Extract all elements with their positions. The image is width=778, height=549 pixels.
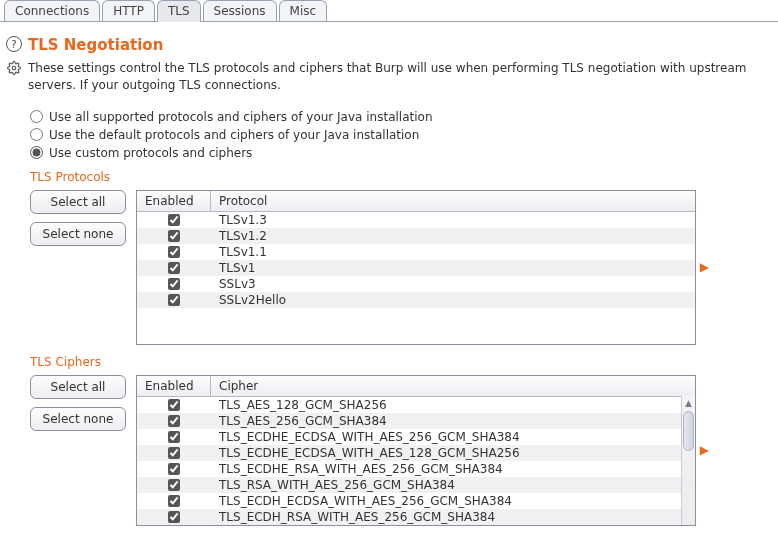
tls-mode-radios: Use all supported protocols and ciphers …	[6, 110, 768, 160]
cipher-name: TLS_RSA_WITH_AES_256_GCM_SHA384	[211, 478, 681, 492]
scroll-thumb[interactable]	[683, 411, 694, 451]
section-description: These settings control the TLS protocols…	[28, 60, 768, 94]
table-row[interactable]: TLSv1.2	[137, 228, 695, 244]
table-row[interactable]: TLSv1	[137, 260, 695, 276]
cipher-enabled-checkbox[interactable]	[168, 495, 180, 507]
cipher-enabled-checkbox[interactable]	[168, 463, 180, 475]
radio-input-use-default[interactable]	[30, 128, 43, 141]
protocols-table: Enabled Protocol TLSv1.3TLSv1.2TLSv1.1TL…	[136, 190, 696, 345]
cipher-name: TLS_AES_256_GCM_SHA384	[211, 414, 681, 428]
protocol-enabled-checkbox[interactable]	[168, 294, 180, 306]
table-row[interactable]: TLS_AES_128_GCM_SHA256	[137, 397, 681, 413]
protocol-name: TLSv1.2	[211, 229, 695, 243]
ciphers-heading: TLS Ciphers	[30, 355, 768, 369]
cipher-enabled-checkbox[interactable]	[168, 399, 180, 411]
cipher-enabled-checkbox[interactable]	[168, 447, 180, 459]
tab-tls[interactable]: TLS	[157, 0, 201, 22]
cipher-name: TLS_AES_128_GCM_SHA256	[211, 398, 681, 412]
table-row[interactable]: TLS_RSA_WITH_AES_256_GCM_SHA384	[137, 477, 681, 493]
ciphers-select-none-button[interactable]: Select none	[30, 407, 126, 431]
radio-input-use-custom[interactable]	[30, 146, 43, 159]
radio-use-all[interactable]: Use all supported protocols and ciphers …	[30, 110, 768, 124]
protocol-enabled-checkbox[interactable]	[168, 278, 180, 290]
tab-http[interactable]: HTTP	[102, 0, 155, 21]
cipher-enabled-checkbox[interactable]	[168, 431, 180, 443]
table-row[interactable]: TLS_ECDH_ECDSA_WITH_AES_256_GCM_SHA384	[137, 493, 681, 509]
table-row[interactable]: TLSv1.3	[137, 212, 695, 228]
radio-label: Use custom protocols and ciphers	[49, 146, 252, 160]
table-row[interactable]: TLS_ECDHE_ECDSA_WITH_AES_256_GCM_SHA384	[137, 429, 681, 445]
protocol-enabled-checkbox[interactable]	[168, 214, 180, 226]
protocols-col-protocol[interactable]: Protocol	[211, 191, 695, 211]
table-row[interactable]: TLS_AES_256_GCM_SHA384	[137, 413, 681, 429]
tab-misc[interactable]: Misc	[279, 0, 328, 21]
svg-point-0	[12, 66, 16, 70]
table-row[interactable]: TLS_ECDHE_ECDSA_WITH_AES_128_GCM_SHA256	[137, 445, 681, 461]
table-row[interactable]: TLSv1.1	[137, 244, 695, 260]
protocols-select-none-button[interactable]: Select none	[30, 222, 126, 246]
tab-bar: Connections HTTP TLS Sessions Misc	[0, 0, 778, 22]
protocol-name: SSLv2Hello	[211, 293, 695, 307]
ciphers-select-all-button[interactable]: Select all	[30, 375, 126, 399]
cipher-name: TLS_ECDHE_RSA_WITH_AES_256_GCM_SHA384	[211, 462, 681, 476]
ciphers-table: Enabled Cipher TLS_AES_128_GCM_SHA256TLS…	[136, 375, 696, 526]
tab-connections[interactable]: Connections	[4, 0, 100, 21]
cipher-enabled-checkbox[interactable]	[168, 415, 180, 427]
radio-input-use-all[interactable]	[30, 110, 43, 123]
protocol-enabled-checkbox[interactable]	[168, 246, 180, 258]
gear-icon[interactable]	[6, 60, 22, 76]
table-row[interactable]: SSLv3	[137, 276, 695, 292]
ciphers-scrollbar[interactable]: ▲	[681, 396, 695, 525]
section-title: TLS Negotiation	[28, 36, 163, 54]
cipher-name: TLS_ECDHE_ECDSA_WITH_AES_128_GCM_SHA256	[211, 446, 681, 460]
scroll-up-icon[interactable]: ▲	[682, 396, 695, 410]
tab-sessions[interactable]: Sessions	[203, 0, 277, 21]
collapse-arrow-icon[interactable]: ▶	[700, 443, 709, 457]
protocol-enabled-checkbox[interactable]	[168, 262, 180, 274]
table-row[interactable]: TLS_ECDH_RSA_WITH_AES_256_GCM_SHA384	[137, 509, 681, 525]
collapse-arrow-icon[interactable]: ▶	[700, 260, 709, 274]
cipher-enabled-checkbox[interactable]	[168, 479, 180, 491]
table-row[interactable]: TLS_ECDHE_RSA_WITH_AES_256_GCM_SHA384	[137, 461, 681, 477]
protocol-name: TLSv1.3	[211, 213, 695, 227]
radio-label: Use all supported protocols and ciphers …	[49, 110, 433, 124]
ciphers-col-cipher[interactable]: Cipher	[211, 376, 681, 396]
radio-label: Use the default protocols and ciphers of…	[49, 128, 419, 142]
protocols-heading: TLS Protocols	[30, 170, 768, 184]
cipher-name: TLS_ECDHE_ECDSA_WITH_AES_256_GCM_SHA384	[211, 430, 681, 444]
cipher-enabled-checkbox[interactable]	[168, 511, 180, 523]
protocol-enabled-checkbox[interactable]	[168, 230, 180, 242]
cipher-name: TLS_ECDH_RSA_WITH_AES_256_GCM_SHA384	[211, 510, 681, 524]
radio-use-custom[interactable]: Use custom protocols and ciphers	[30, 146, 768, 160]
cipher-name: TLS_ECDH_ECDSA_WITH_AES_256_GCM_SHA384	[211, 494, 681, 508]
help-icon[interactable]: ?	[6, 36, 22, 52]
protocol-name: TLSv1	[211, 261, 695, 275]
radio-use-default[interactable]: Use the default protocols and ciphers of…	[30, 128, 768, 142]
protocols-select-all-button[interactable]: Select all	[30, 190, 126, 214]
table-row[interactable]: SSLv2Hello	[137, 292, 695, 308]
protocols-col-enabled[interactable]: Enabled	[137, 191, 211, 211]
protocol-name: SSLv3	[211, 277, 695, 291]
ciphers-col-enabled[interactable]: Enabled	[137, 376, 211, 396]
protocol-name: TLSv1.1	[211, 245, 695, 259]
